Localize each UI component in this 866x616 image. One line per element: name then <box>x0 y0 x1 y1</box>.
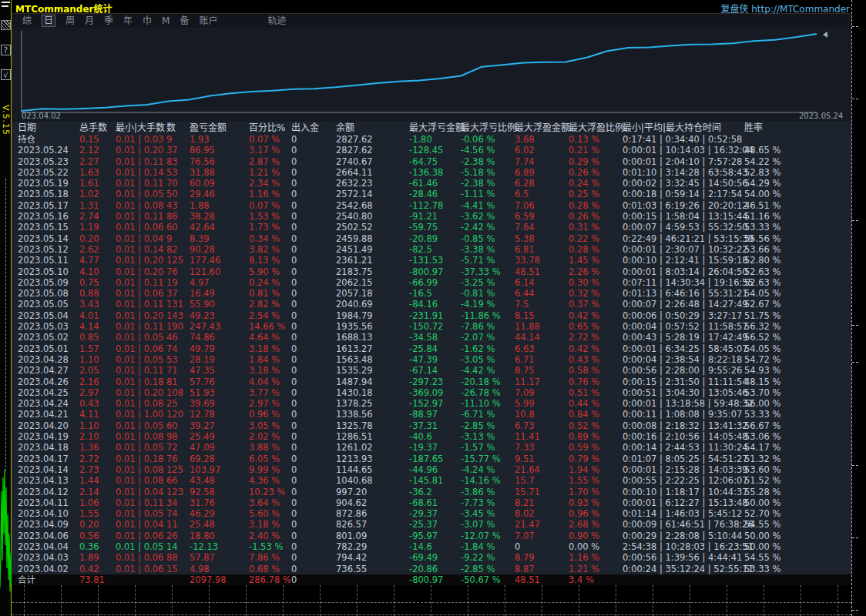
row-cell: 46 <box>166 332 190 343</box>
terminal-right-strip <box>851 0 866 616</box>
row-cell: 1.53 % <box>249 211 291 222</box>
table-row: 2023.04.214.110.01 | 1.0012012.780.96 %0… <box>12 409 851 420</box>
table-row: 2023.04.262.160.01 | 0.188157.764.04 %01… <box>12 377 851 387</box>
row-date: 2023.05.11 <box>18 255 79 266</box>
row-cell: 0.01 | 0.20 <box>116 266 166 277</box>
row-cell: 57.76 <box>190 377 249 387</box>
menu-item-周[interactable]: 周 <box>65 15 75 26</box>
menu-item-备[interactable]: 备 <box>180 15 189 26</box>
menu-item-账户[interactable]: 账户 <box>199 15 217 26</box>
row-cell: 997.20 <box>336 487 409 497</box>
row-cell: -3.45 % <box>461 508 515 519</box>
row-cell: 0.42 % <box>569 310 623 321</box>
total-row: 合计73.812097.98286.78 %0-800.97-50.67 %48… <box>12 574 851 586</box>
pattern-icon[interactable] <box>1 20 11 30</box>
row-cell: 0.43 % <box>569 354 623 365</box>
row-cell: 0.01 | 0.11 <box>116 321 166 332</box>
mt4-chart-spikes <box>0 460 12 603</box>
row-cell: -84.16 <box>409 299 461 310</box>
column-header: 百分比% <box>249 122 291 134</box>
row-cell: 1.88 <box>190 200 249 211</box>
row-date: 合计 <box>18 574 79 586</box>
menu-bar: 综日周月季年巾M备账户轨迹 <box>12 14 851 28</box>
row-cell: 0.42 <box>79 564 116 574</box>
row-date: 2023.04.17 <box>18 454 79 464</box>
row-date: 2023.05.23 <box>18 156 79 167</box>
menu-item-季[interactable]: 季 <box>104 15 113 26</box>
row-cell: 0.01 | 0.08 <box>116 464 166 475</box>
row-cell: -59.75 <box>409 222 461 233</box>
row-date: 2023.04.27 <box>18 365 79 376</box>
menu-item-年[interactable]: 年 <box>123 15 133 26</box>
row-cell: 0 <box>291 497 336 508</box>
row-cell: 1.73 % <box>249 222 291 233</box>
row-cell: 4.97 <box>190 277 249 288</box>
table-row: 2023.05.162.740.01 | 0.118638.281.53 %02… <box>12 211 851 222</box>
row-cell: 2.12 <box>79 145 116 156</box>
row-cell: 56.00 % <box>744 398 851 409</box>
row-cell: 52.63 % <box>744 277 851 288</box>
menu-item-综[interactable]: 综 <box>22 15 32 26</box>
table-row: 2023.04.142.730.01 | 0.08125103.979.99 %… <box>12 464 851 475</box>
row-date: 2023.04.11 <box>18 497 79 508</box>
brand-link[interactable]: 复盘侠 http://MTCommander <box>720 2 850 15</box>
table-row: 2023.04.060.560.01 | 0.062618.802.40 %08… <box>12 531 851 541</box>
row-cell: 4.01 <box>79 310 116 321</box>
row-cell: -0.81 % <box>461 288 515 299</box>
row-cell: 0.56 <box>79 531 116 541</box>
row-cell: 0 <box>291 508 336 519</box>
row-cell: -68.61 <box>409 497 461 508</box>
grid-line <box>690 585 690 616</box>
row-cell: 0.89 % <box>569 431 623 442</box>
row-cell: 92.58 <box>190 487 249 497</box>
row-date: 2023.04.13 <box>18 475 79 486</box>
row-cell: 8.39 <box>190 233 249 244</box>
row-cell: 0 <box>291 541 336 552</box>
row-cell: 0.07 % <box>249 200 291 211</box>
row-cell: 0.01 | 0.06 <box>116 531 166 541</box>
ruler-tick <box>852 26 858 27</box>
row-cell: 53 <box>166 167 190 178</box>
menu-item-轨迹[interactable]: 轨迹 <box>268 15 287 26</box>
terminal-left-strip: ? √ V.5.15 <box>0 0 12 616</box>
row-cell: 4.77 <box>79 255 116 266</box>
row-cell: 2.54 % <box>249 310 291 321</box>
row-cell: -69.49 <box>409 552 461 563</box>
table-row: 2023.05.140.200.01 | 0.0498.390.34 %0245… <box>12 233 851 244</box>
table-row: 2023.04.031.890.01 | 0.068857.877.86 %07… <box>12 552 851 563</box>
column-header: 最大浮亏金额 <box>409 122 461 134</box>
help-icon[interactable]: ? <box>1 45 11 55</box>
check-icon[interactable]: √ <box>1 69 11 80</box>
menu-item-日[interactable]: 日 <box>42 15 55 27</box>
row-cell: 0.20 <box>79 233 116 244</box>
row-cell: 76 <box>166 454 190 464</box>
row-cell: 26 <box>166 531 190 541</box>
table-row: 2023.04.111.060.01 | 0.113431.763.64 %09… <box>12 497 851 508</box>
window-icon[interactable] <box>2 2 10 10</box>
row-cell: 0.01 | 0.08 <box>116 431 166 442</box>
row-cell: -34.58 <box>409 332 461 343</box>
row-cell: 15.71 <box>515 487 569 497</box>
menu-item-月[interactable]: 月 <box>85 15 94 26</box>
menu-item-M[interactable]: M <box>162 15 170 26</box>
row-cell: 1.70 % <box>569 487 623 497</box>
column-header: 总手数 <box>79 122 116 134</box>
row-cell: 53.70 % <box>744 387 851 398</box>
row-cell: 37 <box>166 145 190 156</box>
row-cell: -14.16 % <box>461 475 515 486</box>
row-cell: 2827.62 <box>336 134 409 145</box>
grid-line <box>135 585 136 616</box>
row-cell: 1.31 <box>79 200 116 211</box>
row-cell: 0 <box>291 431 336 442</box>
row-cell: 46.29 <box>190 508 249 519</box>
row-cell: 1.16 % <box>569 552 623 563</box>
row-cell: -297.23 <box>409 377 461 387</box>
row-cell: 2740.67 <box>336 156 409 167</box>
row-cell: 86.95 <box>190 145 249 156</box>
row-cell: 0 <box>291 365 336 376</box>
row-cell: 54.55 % <box>744 552 851 563</box>
row-cell: 0.58 % <box>569 365 623 376</box>
menu-item-巾[interactable]: 巾 <box>143 15 152 26</box>
row-cell: 54.22 % <box>744 156 851 167</box>
row-cell: -1.53 % <box>249 541 291 552</box>
